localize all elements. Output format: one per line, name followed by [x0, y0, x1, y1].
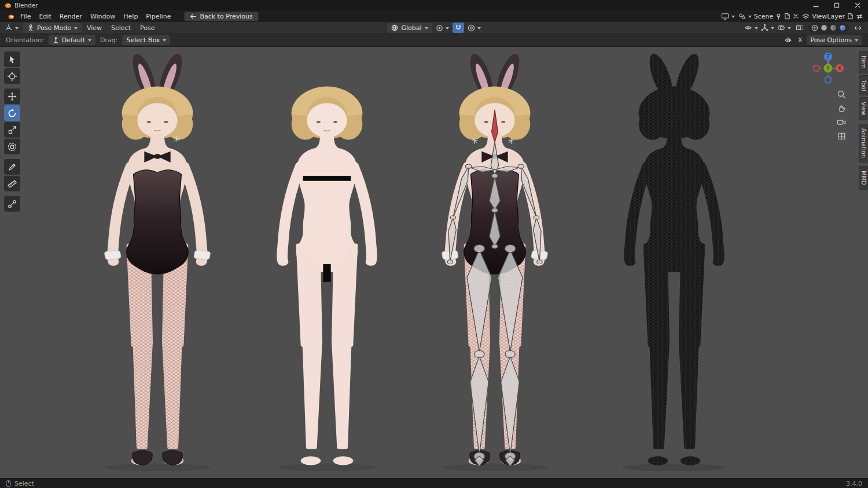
close-button[interactable] [847, 0, 868, 10]
viewlayer-selector[interactable]: ViewLayer [802, 13, 863, 20]
viewlayer-icon [802, 13, 810, 20]
drag-dropdown[interactable]: Select Box [122, 35, 170, 45]
new-viewlayer-icon[interactable] [847, 13, 854, 20]
screen-layout-icon [721, 13, 729, 20]
menu-view[interactable]: View [83, 23, 106, 33]
swap-arrows-icon[interactable] [856, 13, 863, 20]
visibility-eye-icon [744, 24, 752, 31]
pan-control[interactable] [836, 102, 847, 114]
model-figure-wireframe[interactable] [582, 51, 767, 473]
chevron-down-icon [15, 27, 19, 29]
pivot-point-dropdown[interactable] [436, 24, 449, 32]
tool-cursor[interactable] [4, 68, 20, 84]
axes-icon [53, 37, 59, 43]
tab-mmd[interactable]: MMD [859, 166, 868, 190]
camera-icon [837, 118, 846, 126]
mode-select-dropdown[interactable]: Pose Mode [23, 23, 82, 33]
tool-settings-bar: Orientation: Default Drag: Select Box X … [0, 34, 868, 47]
menu-help[interactable]: Help [119, 12, 142, 21]
tab-view[interactable]: View [859, 97, 868, 120]
scene-icon [738, 13, 746, 20]
menu-edit[interactable]: Edit [35, 12, 55, 21]
model-figure-textured[interactable] [65, 51, 250, 473]
tool-scale[interactable] [4, 122, 20, 138]
tool-tweak-select[interactable] [4, 51, 20, 67]
proportional-edit-dropdown[interactable] [468, 24, 481, 32]
pin-icon[interactable] [775, 13, 782, 20]
shading-rendered-button[interactable] [839, 24, 846, 31]
magnet-icon [455, 24, 462, 31]
shading-solid-button[interactable] [821, 24, 827, 31]
menu-pose[interactable]: Pose [136, 23, 159, 33]
mode-select-label: Pose Mode [37, 24, 71, 32]
mirror-x-label: X [798, 36, 803, 44]
mirror-butterfly-icon [784, 36, 792, 44]
minimize-button[interactable] [806, 0, 826, 10]
viewport-3d[interactable]: Z X Y Item Tool View Animation MMD [0, 47, 868, 478]
chevron-down-icon [446, 27, 449, 29]
shading-wireframe-button[interactable] [811, 24, 818, 31]
tool-rotate[interactable] [4, 105, 20, 121]
navigation-gizmo[interactable]: Z X Y [812, 52, 844, 84]
mouse-icon [6, 480, 11, 487]
camera-view-control[interactable] [836, 116, 847, 128]
menu-select[interactable]: Select [107, 23, 135, 33]
viewlayer-name: ViewLayer [812, 13, 845, 20]
bone-shape-marker [471, 137, 479, 145]
chevron-down-icon [855, 39, 858, 42]
model-figure-armature[interactable] [402, 51, 587, 473]
snap-toggle[interactable] [453, 23, 464, 33]
gizmo-axis-x-negative[interactable] [814, 65, 820, 72]
tool-transform[interactable] [4, 139, 20, 154]
ortho-grid-control[interactable] [836, 130, 847, 142]
blender-logo-icon [3, 1, 12, 9]
menu-file[interactable]: File [16, 12, 35, 21]
model-figure-base-body[interactable] [234, 51, 420, 473]
status-action-hint: Select [14, 480, 34, 487]
pivot-point-icon [436, 24, 443, 32]
tab-item[interactable]: Item [859, 51, 868, 73]
tool-measure[interactable] [4, 176, 20, 191]
unlink-x-icon[interactable] [793, 13, 799, 19]
overlays-dropdown[interactable] [777, 24, 791, 31]
hand-icon [837, 103, 846, 113]
tab-tool[interactable]: Tool [859, 75, 868, 95]
editor-type-dropdown[interactable] [5, 24, 19, 32]
expand-header-toggle[interactable] [852, 23, 863, 33]
orientation-dropdown[interactable]: Default [49, 35, 95, 45]
shading-material-button[interactable] [830, 24, 837, 31]
scene-selector[interactable]: Scene [738, 13, 799, 20]
menu-render[interactable]: Render [56, 12, 86, 21]
xray-toggle[interactable] [794, 23, 806, 33]
drag-label: Drag: [100, 36, 117, 44]
visibility-dropdown[interactable] [744, 24, 758, 31]
gizmo-axis-z-negative[interactable] [825, 77, 832, 83]
zoom-control[interactable] [836, 88, 847, 100]
pose-options-dropdown[interactable]: Pose Options [807, 35, 862, 45]
gizmos-dropdown[interactable] [761, 24, 774, 32]
chevron-down-icon [163, 39, 166, 42]
chevron-down-icon [425, 27, 428, 29]
window-titlebar: Blender [0, 0, 868, 10]
maximize-button[interactable] [826, 0, 847, 10]
transform-orientation-dropdown[interactable]: Global [387, 23, 432, 33]
workspace-layout-dropdown[interactable] [721, 13, 735, 20]
new-scene-icon[interactable] [784, 13, 790, 20]
chevron-down-icon [88, 39, 91, 42]
tool-move[interactable] [4, 88, 20, 104]
tool-annotate[interactable] [4, 159, 20, 175]
chevron-down-icon [748, 16, 752, 18]
blender-version: 3.4.0 [846, 480, 862, 487]
proportional-edit-icon [468, 24, 475, 32]
blender-menu-icon[interactable] [5, 11, 16, 21]
orientation-value: Default [62, 36, 85, 44]
menu-window[interactable]: Window [86, 12, 119, 21]
mirror-toggle[interactable] [782, 35, 794, 46]
back-to-previous-button[interactable]: Back to Previous [184, 12, 258, 21]
transform-orientation-label: Global [401, 24, 421, 32]
menu-pipeline[interactable]: Pipeline [142, 12, 175, 21]
top-menubar: File Edit Render Window Help Pipeline Ba… [0, 10, 868, 22]
tool-pose-breakdowner[interactable] [4, 196, 20, 212]
tab-animation[interactable]: Animation [859, 124, 868, 162]
chevron-down-icon [74, 27, 78, 29]
